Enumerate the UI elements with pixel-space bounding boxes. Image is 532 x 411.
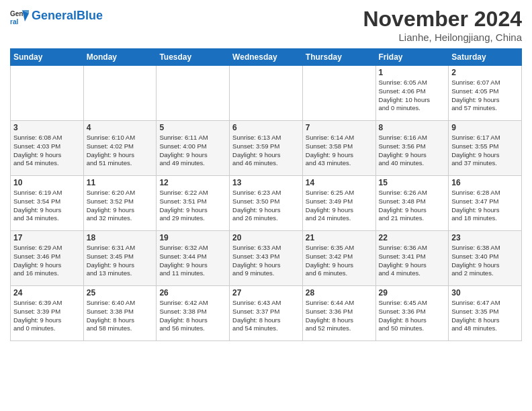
day-info: Sunrise: 6:42 AM Sunset: 3:38 PM Dayligh…: [159, 299, 226, 333]
col-thursday: Thursday: [302, 49, 375, 66]
day-info: Sunrise: 6:14 AM Sunset: 3:58 PM Dayligh…: [306, 134, 373, 168]
day-info: Sunrise: 6:45 AM Sunset: 3:36 PM Dayligh…: [379, 299, 446, 333]
table-row: 6Sunrise: 6:13 AM Sunset: 3:59 PM Daylig…: [230, 121, 303, 176]
day-number: 6: [232, 123, 300, 132]
day-number: 26: [159, 288, 226, 298]
day-number: 22: [379, 233, 446, 242]
table-row: 25Sunrise: 6:40 AM Sunset: 3:38 PM Dayli…: [83, 286, 157, 341]
calendar-week-row: 10Sunrise: 6:19 AM Sunset: 3:54 PM Dayli…: [11, 176, 522, 231]
day-info: Sunrise: 6:43 AM Sunset: 3:37 PM Dayligh…: [232, 299, 300, 333]
table-row: 9Sunrise: 6:17 AM Sunset: 3:55 PM Daylig…: [449, 121, 522, 176]
day-number: 13: [232, 178, 300, 187]
day-info: Sunrise: 6:10 AM Sunset: 4:02 PM Dayligh…: [87, 134, 154, 168]
day-info: Sunrise: 6:26 AM Sunset: 3:48 PM Dayligh…: [379, 189, 446, 223]
day-info: Sunrise: 6:13 AM Sunset: 3:59 PM Dayligh…: [232, 134, 300, 168]
day-info: Sunrise: 6:05 AM Sunset: 4:06 PM Dayligh…: [379, 79, 446, 113]
calendar-week-row: 1Sunrise: 6:05 AM Sunset: 4:06 PM Daylig…: [11, 66, 522, 121]
day-number: 15: [379, 178, 446, 187]
table-row: 20Sunrise: 6:33 AM Sunset: 3:43 PM Dayli…: [230, 231, 303, 286]
col-wednesday: Wednesday: [230, 49, 303, 66]
table-row: 15Sunrise: 6:26 AM Sunset: 3:48 PM Dayli…: [375, 176, 449, 231]
day-info: Sunrise: 6:36 AM Sunset: 3:41 PM Dayligh…: [379, 244, 446, 278]
table-row: 8Sunrise: 6:16 AM Sunset: 3:56 PM Daylig…: [375, 121, 449, 176]
table-row: 10Sunrise: 6:19 AM Sunset: 3:54 PM Dayli…: [11, 176, 84, 231]
logo-general: General: [32, 9, 77, 22]
table-row: 1Sunrise: 6:05 AM Sunset: 4:06 PM Daylig…: [375, 66, 449, 121]
day-number: 5: [159, 123, 226, 132]
day-number: 7: [306, 123, 373, 132]
table-row: 22Sunrise: 6:36 AM Sunset: 3:41 PM Dayli…: [375, 231, 449, 286]
table-row: 23Sunrise: 6:38 AM Sunset: 3:40 PM Dayli…: [449, 231, 522, 286]
table-row: [11, 66, 84, 121]
day-info: Sunrise: 6:38 AM Sunset: 3:40 PM Dayligh…: [451, 244, 519, 278]
calendar-week-row: 24Sunrise: 6:39 AM Sunset: 3:39 PM Dayli…: [11, 286, 522, 341]
table-row: 24Sunrise: 6:39 AM Sunset: 3:39 PM Dayli…: [11, 286, 84, 341]
day-info: Sunrise: 6:07 AM Sunset: 4:05 PM Dayligh…: [451, 79, 519, 113]
day-number: 18: [87, 233, 154, 242]
day-info: Sunrise: 6:35 AM Sunset: 3:42 PM Dayligh…: [306, 244, 373, 278]
table-row: 28Sunrise: 6:44 AM Sunset: 3:36 PM Dayli…: [302, 286, 375, 341]
day-number: 30: [451, 288, 519, 298]
table-row: 17Sunrise: 6:29 AM Sunset: 3:46 PM Dayli…: [11, 231, 84, 286]
day-number: 29: [379, 288, 446, 298]
table-row: 21Sunrise: 6:35 AM Sunset: 3:42 PM Dayli…: [302, 231, 375, 286]
table-row: 13Sunrise: 6:23 AM Sunset: 3:50 PM Dayli…: [230, 176, 303, 231]
day-number: 16: [451, 178, 519, 187]
day-info: Sunrise: 6:33 AM Sunset: 3:43 PM Dayligh…: [232, 244, 300, 278]
logo-icon: Gene ral: [10, 7, 29, 26]
table-row: 4Sunrise: 6:10 AM Sunset: 4:02 PM Daylig…: [83, 121, 157, 176]
day-number: 8: [379, 123, 446, 132]
day-info: Sunrise: 6:39 AM Sunset: 3:39 PM Dayligh…: [13, 299, 81, 333]
table-row: 12Sunrise: 6:22 AM Sunset: 3:51 PM Dayli…: [157, 176, 230, 231]
day-info: Sunrise: 6:32 AM Sunset: 3:44 PM Dayligh…: [159, 244, 226, 278]
calendar-week-row: 17Sunrise: 6:29 AM Sunset: 3:46 PM Dayli…: [11, 231, 522, 286]
table-row: [230, 66, 303, 121]
day-number: 24: [13, 288, 81, 298]
day-info: Sunrise: 6:16 AM Sunset: 3:56 PM Dayligh…: [379, 134, 446, 168]
header: Gene ral GeneralBlue November 2024 Lianh…: [10, 7, 522, 43]
day-info: Sunrise: 6:47 AM Sunset: 3:35 PM Dayligh…: [451, 299, 519, 333]
day-info: Sunrise: 6:17 AM Sunset: 3:55 PM Dayligh…: [451, 134, 519, 168]
col-saturday: Saturday: [449, 49, 522, 66]
table-row: 3Sunrise: 6:08 AM Sunset: 4:03 PM Daylig…: [11, 121, 84, 176]
table-row: 5Sunrise: 6:11 AM Sunset: 4:00 PM Daylig…: [157, 121, 230, 176]
day-info: Sunrise: 6:40 AM Sunset: 3:38 PM Dayligh…: [87, 299, 154, 333]
table-row: 7Sunrise: 6:14 AM Sunset: 3:58 PM Daylig…: [302, 121, 375, 176]
day-number: 14: [306, 178, 373, 187]
day-info: Sunrise: 6:44 AM Sunset: 3:36 PM Dayligh…: [306, 299, 373, 333]
day-number: 21: [306, 233, 373, 242]
col-friday: Friday: [375, 49, 449, 66]
table-row: 30Sunrise: 6:47 AM Sunset: 3:35 PM Dayli…: [449, 286, 522, 341]
day-info: Sunrise: 6:11 AM Sunset: 4:00 PM Dayligh…: [159, 134, 226, 168]
logo: Gene ral GeneralBlue: [10, 7, 103, 26]
calendar-header-row: Sunday Monday Tuesday Wednesday Thursday…: [11, 49, 522, 66]
table-row: 2Sunrise: 6:07 AM Sunset: 4:05 PM Daylig…: [449, 66, 522, 121]
day-number: 4: [87, 123, 154, 132]
day-number: 19: [159, 233, 226, 242]
day-number: 10: [13, 178, 81, 187]
day-number: 3: [13, 123, 81, 132]
day-info: Sunrise: 6:22 AM Sunset: 3:51 PM Dayligh…: [159, 189, 226, 223]
day-number: 17: [13, 233, 81, 242]
month-year-title: November 2024: [363, 7, 522, 32]
table-row: 14Sunrise: 6:25 AM Sunset: 3:49 PM Dayli…: [302, 176, 375, 231]
day-info: Sunrise: 6:25 AM Sunset: 3:49 PM Dayligh…: [306, 189, 373, 223]
day-number: 12: [159, 178, 226, 187]
day-number: 2: [451, 68, 519, 77]
calendar-table: Sunday Monday Tuesday Wednesday Thursday…: [10, 48, 522, 341]
table-row: 16Sunrise: 6:28 AM Sunset: 3:47 PM Dayli…: [449, 176, 522, 231]
table-row: 19Sunrise: 6:32 AM Sunset: 3:44 PM Dayli…: [157, 231, 230, 286]
day-info: Sunrise: 6:20 AM Sunset: 3:52 PM Dayligh…: [87, 189, 154, 223]
col-tuesday: Tuesday: [157, 49, 230, 66]
day-info: Sunrise: 6:29 AM Sunset: 3:46 PM Dayligh…: [13, 244, 81, 278]
day-number: 23: [451, 233, 519, 242]
col-monday: Monday: [83, 49, 157, 66]
title-block: November 2024 Lianhe, Heilongjiang, Chin…: [363, 7, 522, 43]
table-row: 11Sunrise: 6:20 AM Sunset: 3:52 PM Dayli…: [83, 176, 157, 231]
day-info: Sunrise: 6:19 AM Sunset: 3:54 PM Dayligh…: [13, 189, 81, 223]
table-row: [157, 66, 230, 121]
location-label: Lianhe, Heilongjiang, China: [363, 32, 522, 43]
logo-blue: Blue: [77, 9, 103, 22]
table-row: [83, 66, 157, 121]
day-number: 25: [87, 288, 154, 298]
